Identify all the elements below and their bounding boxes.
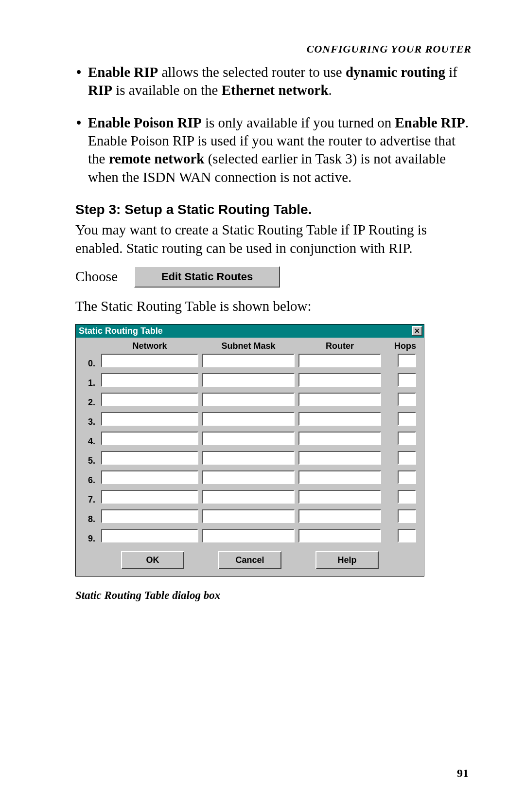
bullet-dot-icon: • <box>76 63 81 81</box>
row-label: 3. <box>81 416 97 428</box>
network-input[interactable] <box>101 451 198 465</box>
choose-row: Choose Edit Static Routes <box>75 266 472 288</box>
bullet-dot-icon: • <box>76 114 81 132</box>
network-input[interactable] <box>101 393 198 406</box>
hops-input[interactable] <box>398 451 416 465</box>
table-row: 7. <box>81 490 419 509</box>
hops-input[interactable] <box>398 470 416 484</box>
dialog-title: Static Routing Table <box>79 325 163 337</box>
network-input[interactable] <box>101 354 198 367</box>
subnet-input[interactable] <box>202 432 295 445</box>
routing-table: Network Subnet Mask Router Hops 0. 1. <box>81 341 419 548</box>
header-router: Router <box>298 341 381 354</box>
row-label: 9. <box>81 533 97 544</box>
table-header-row: Network Subnet Mask Router Hops <box>81 341 419 354</box>
subnet-input[interactable] <box>202 354 295 367</box>
subnet-input[interactable] <box>202 393 295 406</box>
bold-text: remote network <box>109 151 205 166</box>
subnet-input[interactable] <box>202 451 295 465</box>
page-number: 91 <box>457 767 469 780</box>
table-row: 8. <box>81 509 419 529</box>
text: allows the selected router to use <box>158 64 346 80</box>
step-paragraph-1: You may want to create a Static Routing … <box>75 221 472 257</box>
header-network: Network <box>101 341 198 354</box>
cancel-button[interactable]: Cancel <box>218 551 281 569</box>
step-heading: Step 3: Setup a Static Routing Table. <box>75 201 472 218</box>
network-input[interactable] <box>101 373 198 387</box>
text: is available on the <box>112 82 222 98</box>
router-input[interactable] <box>298 412 381 426</box>
header-empty <box>81 346 97 348</box>
body-text-block: • Enable RIP allows the selected router … <box>75 63 472 603</box>
row-label: 7. <box>81 494 97 505</box>
header-hops: Hops <box>385 341 416 354</box>
dialog-body: Network Subnet Mask Router Hops 0. 1. <box>76 338 424 576</box>
router-input[interactable] <box>298 470 381 484</box>
network-input[interactable] <box>101 412 198 426</box>
edit-static-routes-button[interactable]: Edit Static Routes <box>134 266 280 288</box>
router-input[interactable] <box>298 373 381 387</box>
hops-input[interactable] <box>398 354 416 367</box>
network-input[interactable] <box>101 470 198 484</box>
network-input[interactable] <box>101 490 198 504</box>
subnet-input[interactable] <box>202 490 295 504</box>
table-row: 3. <box>81 412 419 432</box>
row-label: 4. <box>81 436 97 447</box>
dialog-button-row: OK Cancel Help <box>81 551 419 569</box>
router-input[interactable] <box>298 490 381 504</box>
text: if <box>445 64 457 80</box>
bullet-list: • Enable RIP allows the selected router … <box>75 63 472 186</box>
subnet-input[interactable] <box>202 509 295 523</box>
figure-caption: Static Routing Table dialog box <box>75 588 472 602</box>
hops-input[interactable] <box>398 373 416 387</box>
bold-text: Enable Poison RIP <box>88 115 202 130</box>
subnet-input[interactable] <box>202 470 295 484</box>
ok-button[interactable]: OK <box>121 551 184 569</box>
hops-input[interactable] <box>398 432 416 445</box>
router-input[interactable] <box>298 393 381 406</box>
bold-text: Enable RIP <box>395 115 465 130</box>
header-subnet: Subnet Mask <box>202 341 295 354</box>
router-input[interactable] <box>298 529 381 542</box>
subnet-input[interactable] <box>202 412 295 426</box>
row-label: 1. <box>81 378 97 389</box>
close-icon[interactable]: ✕ <box>412 326 422 336</box>
network-input[interactable] <box>101 509 198 523</box>
subnet-input[interactable] <box>202 529 295 542</box>
router-input[interactable] <box>298 451 381 465</box>
row-label: 6. <box>81 475 97 486</box>
table-row: 4. <box>81 432 419 451</box>
hops-input[interactable] <box>398 490 416 504</box>
router-input[interactable] <box>298 354 381 367</box>
hops-input[interactable] <box>398 412 416 426</box>
row-label: 2. <box>81 397 97 408</box>
bullet-item-2: • Enable Poison RIP is only available if… <box>88 114 472 186</box>
choose-label: Choose <box>75 268 118 286</box>
table-row: 1. <box>81 373 419 393</box>
hops-input[interactable] <box>398 529 416 542</box>
dialog-titlebar: Static Routing Table ✕ <box>76 325 424 338</box>
router-input[interactable] <box>298 509 381 523</box>
bullet-item-1: • Enable RIP allows the selected router … <box>88 63 472 99</box>
row-label: 8. <box>81 514 97 525</box>
help-button[interactable]: Help <box>315 551 379 569</box>
bold-text: Enable RIP <box>88 64 158 80</box>
table-row: 9. <box>81 529 419 548</box>
bold-text: Ethernet network <box>222 82 329 98</box>
table-row: 0. <box>81 354 419 373</box>
running-header: CONFIGURING YOUR ROUTER <box>75 43 472 55</box>
router-input[interactable] <box>298 432 381 445</box>
network-input[interactable] <box>101 432 198 445</box>
table-row: 5. <box>81 451 419 470</box>
table-row: 6. <box>81 470 419 490</box>
subnet-input[interactable] <box>202 373 295 387</box>
hops-input[interactable] <box>398 393 416 406</box>
page-container: CONFIGURING YOUR ROUTER • Enable RIP all… <box>0 0 525 812</box>
bold-text: dynamic routing <box>346 64 445 80</box>
row-label: 0. <box>81 358 97 369</box>
table-row: 2. <box>81 393 419 412</box>
network-input[interactable] <box>101 529 198 542</box>
text: is only available if you turned on <box>202 115 395 130</box>
hops-input[interactable] <box>398 509 416 523</box>
text: . <box>329 82 332 98</box>
